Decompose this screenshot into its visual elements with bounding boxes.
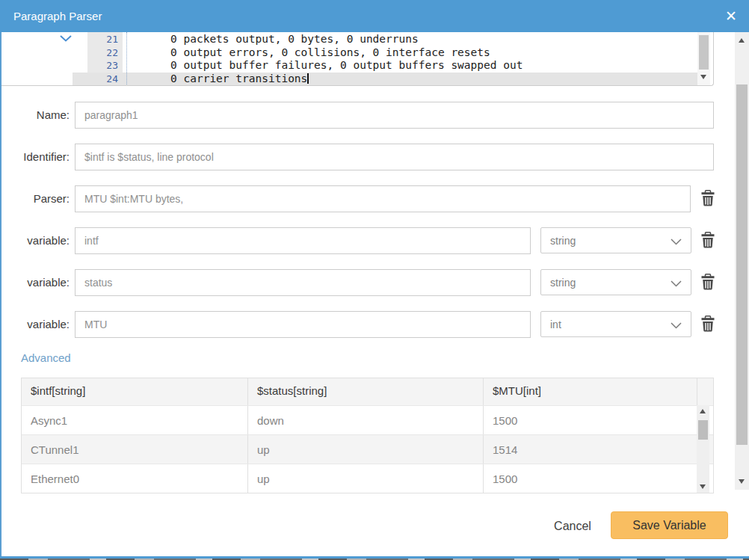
delete-variable-button[interactable] xyxy=(700,232,716,250)
table-header-intf: $intf[string] xyxy=(22,378,247,405)
scroll-up-icon[interactable] xyxy=(700,409,706,413)
cell-status: down xyxy=(247,406,483,434)
table-row: Ethernet0 up 1500 xyxy=(22,464,713,493)
table-header-mtu: $MTU[int] xyxy=(483,378,697,405)
table-row: Async1 down 1500 xyxy=(22,405,713,434)
cell-intf: Ethernet0 xyxy=(22,464,247,493)
variable-label: variable: xyxy=(0,227,70,254)
scroll-down-icon[interactable] xyxy=(700,484,706,489)
table-scrollbar[interactable] xyxy=(697,405,709,493)
cell-status: up xyxy=(247,435,483,464)
paragraph-parser-modal: Paragraph Parser ✕ 21 0 packets output, … xyxy=(0,0,749,560)
trash-icon xyxy=(700,232,715,248)
variable-type-select[interactable]: int xyxy=(540,311,691,337)
line-number: 23 xyxy=(87,59,118,73)
code-editor[interactable]: 21 0 packets output, 0 bytes, 0 underrun… xyxy=(1,32,714,86)
variable-type-select[interactable]: string xyxy=(540,227,691,253)
line-number: 24 xyxy=(87,73,118,86)
cell-intf: Async1 xyxy=(22,406,247,434)
name-label: Name: xyxy=(0,102,70,129)
code-line-active: 24 0 carrier transitions xyxy=(1,73,713,86)
parser-label: Parser: xyxy=(0,185,70,212)
scroll-down-icon[interactable] xyxy=(700,75,706,79)
cell-intf: CTunnel1 xyxy=(22,435,247,464)
table-header-row: $intf[string] $status[string] $MTU[int] xyxy=(22,378,713,405)
modal-body-scrollbar[interactable] xyxy=(735,32,749,490)
modal-body-scrollbar-thumb[interactable] xyxy=(736,84,748,445)
variable-preview-table: $intf[string] $status[string] $MTU[int] … xyxy=(21,378,714,493)
editor-scrollbar[interactable] xyxy=(697,32,710,86)
delete-parser-button[interactable] xyxy=(700,190,716,208)
variable-type-select[interactable]: string xyxy=(540,269,691,295)
scroll-down-icon[interactable] xyxy=(739,479,745,484)
identifier-input[interactable] xyxy=(75,144,714,170)
code-line: 23 0 output buffer failures, 0 output bu… xyxy=(1,59,713,73)
code-text: 0 packets output, 0 bytes, 0 underruns xyxy=(170,33,419,46)
table-header-status: $status[string] xyxy=(247,378,483,405)
trash-icon xyxy=(700,274,715,290)
chevron-down-icon xyxy=(671,280,682,287)
modal-title: Paragraph Parser xyxy=(13,10,102,22)
trash-icon xyxy=(700,316,715,332)
variable-label: variable: xyxy=(0,269,70,296)
name-input[interactable] xyxy=(75,102,714,129)
cell-mtu: 1500 xyxy=(483,464,697,493)
identifier-label: Identifier: xyxy=(0,144,70,170)
modal-left-border xyxy=(0,32,1,556)
code-text: 0 output errors, 0 collisions, 0 interfa… xyxy=(170,46,490,60)
chevron-down-icon xyxy=(671,239,682,245)
variable-name-input[interactable] xyxy=(75,269,531,296)
close-icon[interactable]: ✕ xyxy=(722,7,740,25)
modal-header: Paragraph Parser ✕ xyxy=(0,0,749,32)
parser-input[interactable] xyxy=(75,185,691,212)
editor-scrollbar-thumb[interactable] xyxy=(699,35,709,70)
delete-variable-button[interactable] xyxy=(700,316,716,333)
table-header-scroll-spacer xyxy=(697,378,713,405)
chevron-down-icon xyxy=(671,322,682,329)
code-text: 0 output buffer failures, 0 output buffe… xyxy=(170,59,523,73)
line-number: 22 xyxy=(87,46,118,60)
cancel-button[interactable]: Cancel xyxy=(540,514,605,538)
code-line: 22 0 output errors, 0 collisions, 0 inte… xyxy=(1,46,713,60)
save-variable-button[interactable]: Save Variable xyxy=(611,511,728,539)
variable-label: variable: xyxy=(0,311,70,338)
table-scrollbar-thumb[interactable] xyxy=(698,420,708,440)
line-number: 21 xyxy=(87,33,118,46)
text-cursor xyxy=(307,73,309,84)
code-text: 0 carrier transitions xyxy=(170,73,309,86)
cell-mtu: 1514 xyxy=(483,435,697,464)
trash-icon xyxy=(700,190,715,206)
scroll-up-icon[interactable] xyxy=(739,38,745,43)
advanced-link[interactable]: Advanced xyxy=(21,351,71,364)
cell-status: up xyxy=(247,464,483,493)
cell-mtu: 1500 xyxy=(483,406,697,434)
variable-name-input[interactable] xyxy=(75,311,531,338)
delete-variable-button[interactable] xyxy=(700,274,716,292)
table-row: CTunnel1 up 1514 xyxy=(22,434,713,464)
variable-name-input[interactable] xyxy=(75,227,531,254)
code-line: 21 0 packets output, 0 bytes, 0 underrun… xyxy=(1,33,713,46)
